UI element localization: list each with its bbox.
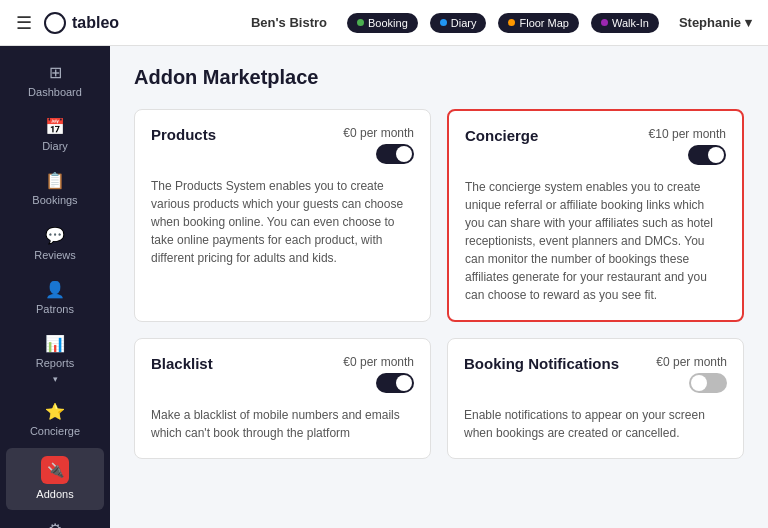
sidebar-item-reviews[interactable]: 💬 Reviews: [6, 218, 104, 270]
diary-dot: [440, 19, 447, 26]
concierge-icon: ⭐: [45, 402, 65, 421]
sidebar-item-dashboard[interactable]: ⊞ Dashboard: [6, 55, 104, 107]
sidebar-item-diary[interactable]: 📅 Diary: [6, 109, 104, 161]
addon-card-blacklist: Blacklist €0 per month Make a blacklist …: [134, 338, 431, 459]
page-title: Addon Marketplace: [134, 66, 744, 89]
sidebar-label-dashboard: Dashboard: [28, 86, 82, 99]
sidebar-label-addons: Addons: [36, 488, 73, 501]
addon-card-products: Products €0 per month The Products Syste…: [134, 109, 431, 322]
user-menu[interactable]: Stephanie ▾: [679, 15, 752, 30]
settings-icon: ⚙: [48, 520, 62, 529]
sidebar-item-patrons[interactable]: 👤 Patrons: [6, 272, 104, 324]
card-title-booking-notifications: Booking Notifications: [464, 355, 619, 372]
sidebar-label-reviews: Reviews: [34, 249, 76, 262]
card-header-concierge: Concierge €10 per month: [465, 127, 726, 168]
patrons-icon: 👤: [45, 280, 65, 299]
sidebar-item-concierge[interactable]: ⭐ Concierge: [6, 394, 104, 446]
toggle-knob-products: [396, 146, 412, 162]
walkin-pill-label: Walk-In: [612, 17, 649, 29]
toggle-knob-booking-notifications: [691, 375, 707, 391]
sidebar-item-settings[interactable]: ⚙ Settings ▾: [6, 512, 104, 529]
card-title-blacklist: Blacklist: [151, 355, 213, 372]
sidebar: ⊞ Dashboard 📅 Diary 📋 Bookings 💬 Reviews…: [0, 46, 110, 528]
card-price-area-products: €0 per month: [343, 126, 414, 167]
addon-card-concierge: Concierge €10 per month The concierge sy…: [447, 109, 744, 322]
addons-icon: 🔌: [47, 462, 64, 478]
addon-card-booking-notifications: Booking Notifications €0 per month Enabl…: [447, 338, 744, 459]
restaurant-name: Ben's Bistro: [251, 15, 327, 30]
diary-pill[interactable]: Diary: [430, 13, 487, 33]
card-price-blacklist: €0 per month: [343, 355, 414, 369]
card-price-concierge: €10 per month: [649, 127, 726, 141]
walkin-pill[interactable]: Walk-In: [591, 13, 659, 33]
sidebar-item-bookings[interactable]: 📋 Bookings: [6, 163, 104, 215]
user-name: Stephanie: [679, 15, 741, 30]
floormap-pill-label: Floor Map: [519, 17, 569, 29]
addons-grid: Products €0 per month The Products Syste…: [134, 109, 744, 459]
navbar: ☰ tableo Ben's Bistro Booking Diary Floo…: [0, 0, 768, 46]
toggle-knob-concierge: [708, 147, 724, 163]
reports-icon: 📊: [45, 334, 65, 353]
card-price-products: €0 per month: [343, 126, 414, 140]
main-content: Addon Marketplace Products €0 per month …: [110, 46, 768, 528]
diary-icon: 📅: [45, 117, 65, 136]
card-title-concierge: Concierge: [465, 127, 538, 144]
user-arrow-icon: ▾: [745, 15, 752, 30]
sidebar-label-concierge: Concierge: [30, 425, 80, 438]
toggle-blacklist[interactable]: [376, 373, 414, 393]
toggle-knob-blacklist: [396, 375, 412, 391]
card-price-area-blacklist: €0 per month: [343, 355, 414, 396]
dashboard-icon: ⊞: [49, 63, 62, 82]
card-header-blacklist: Blacklist €0 per month: [151, 355, 414, 396]
card-price-booking-notifications: €0 per month: [656, 355, 727, 369]
addons-icon-box: 🔌: [41, 456, 69, 484]
sidebar-label-diary: Diary: [42, 140, 68, 153]
app-logo: tableo: [44, 12, 119, 34]
logo-text: tableo: [72, 14, 119, 32]
card-header-booking-notifications: Booking Notifications €0 per month: [464, 355, 727, 396]
floormap-pill[interactable]: Floor Map: [498, 13, 579, 33]
sidebar-label-reports: Reports: [36, 357, 75, 370]
card-description-blacklist: Make a blacklist of mobile numbers and e…: [151, 406, 414, 442]
toggle-products[interactable]: [376, 144, 414, 164]
card-header-products: Products €0 per month: [151, 126, 414, 167]
bookings-icon: 📋: [45, 171, 65, 190]
card-price-area-booking-notifications: €0 per month: [656, 355, 727, 396]
sidebar-item-reports[interactable]: 📊 Reports ▾: [6, 326, 104, 392]
card-description-booking-notifications: Enable notifications to appear on your s…: [464, 406, 727, 442]
booking-dot: [357, 19, 364, 26]
walkin-dot: [601, 19, 608, 26]
card-description-concierge: The concierge system enables you to crea…: [465, 178, 726, 304]
hamburger-icon[interactable]: ☰: [16, 12, 32, 34]
sidebar-label-bookings: Bookings: [32, 194, 77, 207]
floormap-dot: [508, 19, 515, 26]
reviews-icon: 💬: [45, 226, 65, 245]
reports-arrow-icon: ▾: [53, 374, 58, 384]
app-body: ⊞ Dashboard 📅 Diary 📋 Bookings 💬 Reviews…: [0, 46, 768, 528]
toggle-concierge[interactable]: [688, 145, 726, 165]
sidebar-label-patrons: Patrons: [36, 303, 74, 316]
card-price-area-concierge: €10 per month: [649, 127, 726, 168]
card-description-products: The Products System enables you to creat…: [151, 177, 414, 267]
sidebar-item-addons[interactable]: 🔌 Addons: [6, 448, 104, 509]
diary-pill-label: Diary: [451, 17, 477, 29]
card-title-products: Products: [151, 126, 216, 143]
booking-pill-label: Booking: [368, 17, 408, 29]
toggle-booking-notifications[interactable]: [689, 373, 727, 393]
logo-circle: [44, 12, 66, 34]
booking-pill[interactable]: Booking: [347, 13, 418, 33]
